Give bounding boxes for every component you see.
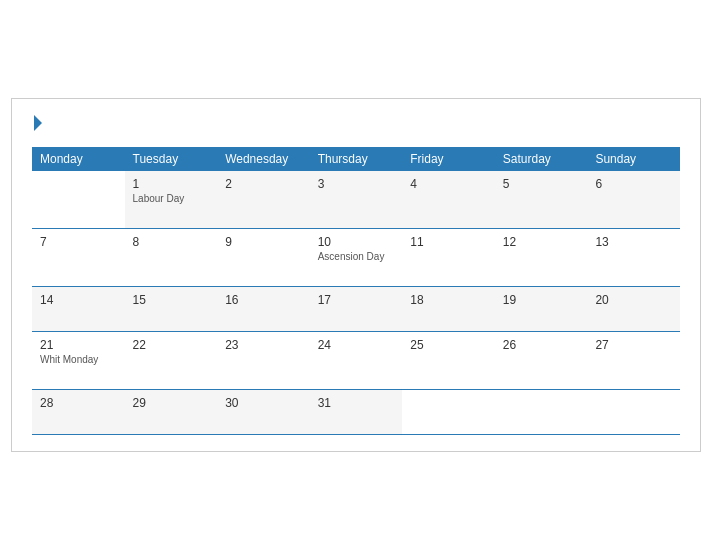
day-cell: 30: [217, 390, 310, 435]
week-row-1: 1Labour Day23456: [32, 171, 680, 229]
day-cell: 20: [587, 287, 680, 332]
day-cell: [402, 390, 495, 435]
day-cell: 2: [217, 171, 310, 229]
week-row-5: 28293031: [32, 390, 680, 435]
day-cell: 23: [217, 332, 310, 390]
day-number: 20: [595, 293, 672, 307]
holiday-label: Ascension Day: [318, 251, 395, 262]
day-number: 28: [40, 396, 117, 410]
day-cell: 1Labour Day: [125, 171, 218, 229]
day-number: 3: [318, 177, 395, 191]
day-number: 17: [318, 293, 395, 307]
week-row-2: 78910Ascension Day111213: [32, 229, 680, 287]
day-number: 8: [133, 235, 210, 249]
day-number: 4: [410, 177, 487, 191]
day-number: 9: [225, 235, 302, 249]
day-cell: 16: [217, 287, 310, 332]
day-number: 18: [410, 293, 487, 307]
weekday-header-friday: Friday: [402, 147, 495, 171]
logo: [32, 115, 42, 133]
day-number: 26: [503, 338, 580, 352]
day-cell: 19: [495, 287, 588, 332]
day-number: 11: [410, 235, 487, 249]
logo-triangle-icon: [34, 115, 42, 131]
day-number: 21: [40, 338, 117, 352]
weekday-header-tuesday: Tuesday: [125, 147, 218, 171]
week-row-3: 14151617181920: [32, 287, 680, 332]
day-cell: 22: [125, 332, 218, 390]
day-number: 10: [318, 235, 395, 249]
calendar-thead: MondayTuesdayWednesdayThursdayFridaySatu…: [32, 147, 680, 171]
day-number: 19: [503, 293, 580, 307]
day-number: 22: [133, 338, 210, 352]
holiday-label: Labour Day: [133, 193, 210, 204]
day-cell: 18: [402, 287, 495, 332]
day-cell: 9: [217, 229, 310, 287]
day-number: 1: [133, 177, 210, 191]
day-number: 6: [595, 177, 672, 191]
day-number: 29: [133, 396, 210, 410]
weekday-header-thursday: Thursday: [310, 147, 403, 171]
day-number: 16: [225, 293, 302, 307]
calendar-header: [32, 115, 680, 133]
day-number: 7: [40, 235, 117, 249]
weekday-header-wednesday: Wednesday: [217, 147, 310, 171]
day-number: 30: [225, 396, 302, 410]
day-cell: 6: [587, 171, 680, 229]
weekday-header-monday: Monday: [32, 147, 125, 171]
day-cell: 27: [587, 332, 680, 390]
day-number: 23: [225, 338, 302, 352]
day-number: 25: [410, 338, 487, 352]
day-cell: [495, 390, 588, 435]
weekday-header-saturday: Saturday: [495, 147, 588, 171]
day-cell: 4: [402, 171, 495, 229]
day-cell: 12: [495, 229, 588, 287]
day-number: 15: [133, 293, 210, 307]
day-cell: 29: [125, 390, 218, 435]
calendar-table: MondayTuesdayWednesdayThursdayFridaySatu…: [32, 147, 680, 435]
day-number: 2: [225, 177, 302, 191]
day-cell: [32, 171, 125, 229]
day-number: 14: [40, 293, 117, 307]
weekday-header-sunday: Sunday: [587, 147, 680, 171]
day-cell: 24: [310, 332, 403, 390]
weekday-header-row: MondayTuesdayWednesdayThursdayFridaySatu…: [32, 147, 680, 171]
day-cell: 7: [32, 229, 125, 287]
day-number: 13: [595, 235, 672, 249]
day-number: 31: [318, 396, 395, 410]
day-cell: 14: [32, 287, 125, 332]
day-cell: 21Whit Monday: [32, 332, 125, 390]
week-row-4: 21Whit Monday222324252627: [32, 332, 680, 390]
day-cell: 15: [125, 287, 218, 332]
day-cell: 17: [310, 287, 403, 332]
day-cell: 8: [125, 229, 218, 287]
day-cell: 10Ascension Day: [310, 229, 403, 287]
day-cell: 3: [310, 171, 403, 229]
day-number: 27: [595, 338, 672, 352]
calendar-container: MondayTuesdayWednesdayThursdayFridaySatu…: [11, 98, 701, 452]
day-cell: 25: [402, 332, 495, 390]
day-cell: 13: [587, 229, 680, 287]
day-cell: 31: [310, 390, 403, 435]
day-cell: [587, 390, 680, 435]
day-cell: 5: [495, 171, 588, 229]
calendar-body: 1Labour Day2345678910Ascension Day111213…: [32, 171, 680, 435]
day-number: 24: [318, 338, 395, 352]
holiday-label: Whit Monday: [40, 354, 117, 365]
day-number: 5: [503, 177, 580, 191]
day-cell: 26: [495, 332, 588, 390]
day-cell: 11: [402, 229, 495, 287]
day-cell: 28: [32, 390, 125, 435]
day-number: 12: [503, 235, 580, 249]
